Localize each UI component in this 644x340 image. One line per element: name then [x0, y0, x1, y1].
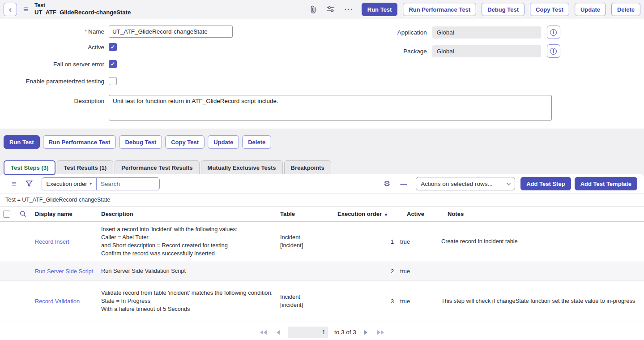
- tab-performance-test-results[interactable]: Performance Test Results: [115, 160, 199, 174]
- list-search-group: Execution order ▾: [42, 177, 160, 190]
- enable-parameterized-testing-checkbox[interactable]: [109, 77, 117, 85]
- current-page-input[interactable]: [288, 327, 328, 338]
- delete-button[interactable]: Delete: [611, 3, 640, 16]
- package-field-row: Package Global i: [361, 44, 574, 58]
- column-search-icon[interactable]: [13, 211, 32, 217]
- row-description: Validate record from table 'incident' ma…: [98, 285, 277, 317]
- application-info-button[interactable]: i: [547, 26, 560, 39]
- attachment-paperclip-icon[interactable]: [307, 5, 320, 13]
- tab-breakpoints[interactable]: Breakpoints: [284, 160, 331, 174]
- row-table: [277, 267, 335, 275]
- package-info-button[interactable]: i: [547, 44, 560, 58]
- active-checkbox[interactable]: [109, 43, 117, 51]
- form-actions-row: Run Test Run Performance Test Debug Test…: [0, 129, 644, 149]
- row-active: true: [397, 294, 439, 308]
- update-button[interactable]: Update: [575, 3, 606, 16]
- actions-select-value: Actions on selected rows...: [421, 181, 493, 187]
- enable-parameterized-testing-label: Enable parameterized testing: [0, 78, 109, 85]
- first-page-button[interactable]: [258, 328, 269, 336]
- row-notes: [439, 267, 644, 275]
- last-page-button[interactable]: [375, 328, 386, 336]
- copy-test-button[interactable]: Copy Test: [530, 3, 569, 16]
- lower-section: Run Test Run Performance Test Debug Test…: [0, 129, 644, 340]
- personalize-form-sliders-icon[interactable]: [324, 6, 337, 13]
- test-form: *Name Active Fail on server error Enable…: [0, 19, 644, 129]
- table-row: Record Validation Validate record from t…: [0, 281, 644, 322]
- row-execution-order: 2: [335, 264, 397, 278]
- debug-test-button[interactable]: Debug Test: [482, 3, 525, 16]
- fail-on-server-error-label: Fail on server error: [0, 61, 109, 68]
- back-button[interactable]: ‹: [4, 3, 17, 16]
- select-all-checkbox[interactable]: [3, 211, 10, 218]
- row-display-name-link[interactable]: Record Validation: [32, 294, 98, 308]
- name-field-row: *Name: [0, 26, 361, 38]
- list-settings-gear-icon[interactable]: ⚙: [381, 179, 393, 189]
- search-field-selected: Execution order: [47, 181, 87, 187]
- row-range-label: to 3 of 3: [334, 329, 356, 336]
- tab-test-steps[interactable]: Test Steps (3): [4, 160, 55, 175]
- active-label: Active: [0, 44, 109, 51]
- add-test-template-button[interactable]: Add Test Template: [575, 177, 637, 190]
- row-description: Insert a record into 'incident' with the…: [98, 222, 277, 262]
- previous-page-button[interactable]: [275, 328, 281, 336]
- row-active: true: [397, 264, 439, 278]
- application-label: Application: [361, 29, 432, 36]
- execution-order-header-label: Execution order: [337, 211, 382, 217]
- update-button-bottom[interactable]: Update: [208, 135, 239, 149]
- row-table: Incident [incident]: [277, 230, 335, 253]
- next-page-button[interactable]: [363, 328, 369, 336]
- fail-on-server-error-field-row: Fail on server error: [0, 60, 361, 68]
- test-steps-list-panel: ≡ Execution order ▾ ⚙ — Actions on selec…: [0, 174, 644, 340]
- application-field-row: Application Global i: [361, 26, 574, 39]
- column-header-display-name[interactable]: Display name: [32, 211, 98, 217]
- record-title: Test UT_ATF_GlideRecord-changeState: [34, 2, 131, 16]
- description-textarea[interactable]: Unit test for function return in ATF_Gli…: [109, 95, 552, 121]
- package-readonly-field: Global: [432, 45, 541, 57]
- list-search-input[interactable]: [97, 178, 159, 190]
- description-field-row: Description Unit test for function retur…: [0, 95, 644, 121]
- filter-funnel-icon[interactable]: [23, 180, 35, 187]
- run-performance-test-button[interactable]: Run Performance Test: [403, 3, 476, 16]
- column-header-table[interactable]: Table: [277, 211, 335, 217]
- column-header-execution-order[interactable]: Execution order ▲: [335, 211, 397, 217]
- name-label: *Name: [0, 28, 109, 35]
- form-context-menu-icon[interactable]: ≡: [21, 4, 30, 14]
- copy-test-button-bottom[interactable]: Copy Test: [165, 135, 205, 149]
- breadcrumb[interactable]: Test = UT_ATF_GlideRecord-changeState: [0, 193, 644, 207]
- list-pagination: to 3 of 3: [0, 322, 644, 340]
- row-display-name-link[interactable]: Record Insert: [32, 235, 98, 249]
- info-icon: i: [550, 29, 557, 36]
- run-test-button[interactable]: Run Test: [362, 3, 398, 16]
- info-icon: i: [550, 48, 557, 55]
- tab-test-results[interactable]: Test Results (1): [57, 160, 113, 174]
- actions-on-selected-rows-select[interactable]: Actions on selected rows...: [416, 177, 515, 190]
- sort-ascending-icon: ▲: [384, 212, 388, 216]
- fail-on-server-error-checkbox[interactable]: [109, 60, 117, 68]
- run-performance-test-button-bottom[interactable]: Run Performance Test: [43, 135, 116, 149]
- name-input[interactable]: [109, 26, 233, 38]
- list-toolbar: ≡ Execution order ▾ ⚙ — Actions on selec…: [0, 174, 644, 193]
- row-execution-order: 3: [335, 294, 397, 308]
- column-header-notes[interactable]: Notes: [439, 211, 644, 217]
- run-test-button-bottom[interactable]: Run Test: [4, 135, 40, 149]
- add-test-step-button[interactable]: Add Test Step: [520, 177, 571, 190]
- row-display-name-link[interactable]: Run Server Side Script: [32, 264, 98, 278]
- search-field-selector[interactable]: Execution order ▾: [42, 178, 97, 190]
- related-lists-tabs: Test Steps (3) Test Results (1) Performa…: [0, 149, 644, 174]
- more-options-icon[interactable]: ···: [342, 6, 356, 13]
- debug-test-button-bottom[interactable]: Debug Test: [119, 135, 162, 149]
- package-label: Package: [361, 48, 432, 55]
- delete-button-bottom[interactable]: Delete: [242, 135, 271, 149]
- collapse-list-icon[interactable]: —: [397, 180, 410, 188]
- table-row: Record Insert Insert a record into 'inci…: [0, 222, 644, 262]
- list-context-menu-icon[interactable]: ≡: [9, 179, 19, 189]
- column-header-description[interactable]: Description: [98, 211, 277, 217]
- chevron-down-icon: ▾: [90, 181, 92, 186]
- active-field-row: Active: [0, 43, 361, 51]
- record-name-label: UT_ATF_GlideRecord-changeState: [34, 9, 131, 16]
- row-active: true: [397, 235, 439, 249]
- table-row: Run Server Side Script Run Server Side V…: [0, 262, 644, 281]
- tab-mutually-exclusive-tests[interactable]: Mutually Exclusive Tests: [201, 160, 283, 174]
- column-header-active[interactable]: Active: [397, 211, 439, 217]
- application-readonly-field: Global: [432, 26, 541, 39]
